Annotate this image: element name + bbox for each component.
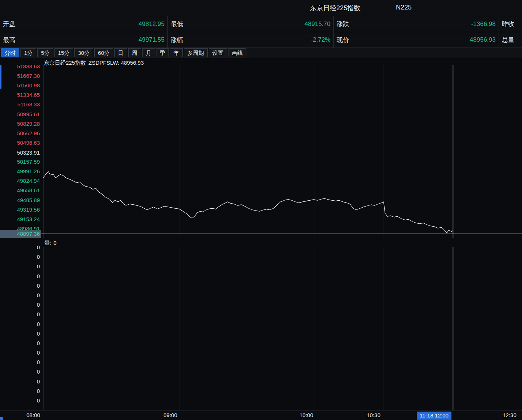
quote-last-price-value: 48956.93 <box>470 36 496 43</box>
volume-axis-label: 0 <box>0 321 40 328</box>
x-label-1230: 12:30 <box>503 412 517 418</box>
price-line <box>43 172 453 233</box>
quote-change-cell: 涨跌 -1366.98 <box>333 16 499 32</box>
quote-change-percent-label: 涨幅 <box>171 36 183 44</box>
x-label-1030: 10:30 <box>367 412 381 418</box>
quote-low-label: 最低 <box>171 20 183 28</box>
quote-open-value: 49812.95 <box>139 20 164 28</box>
quote-change-percent-value: -2.72% <box>311 36 330 43</box>
price-axis-label: 51667.30 <box>0 72 40 80</box>
volume-axis-label: 0 <box>0 253 40 261</box>
quote-last-price-label: 现价 <box>337 36 349 44</box>
price-axis-label: 51833.63 <box>0 63 40 70</box>
volume-axis-label: 0 <box>0 368 40 375</box>
price-axis-label: 51500.98 <box>0 82 40 89</box>
price-axis-label: 50323.91 <box>0 149 40 156</box>
tab-timeline[interactable]: 分时 <box>1 48 19 57</box>
volume-label: 量: <box>44 240 51 246</box>
quote-low-cell: 最低 48915.70 <box>167 16 333 32</box>
quote-total-volume-cell: 总量 <box>499 32 522 48</box>
tab-year[interactable]: 年 <box>170 48 183 57</box>
tab-5min[interactable]: 5分 <box>37 48 53 57</box>
quote-high-cell: 最高 49971.55 <box>0 32 167 48</box>
tab-15min[interactable]: 15分 <box>54 48 73 57</box>
tab-quarter[interactable]: 季 <box>156 48 169 57</box>
volume-axis-label: 0 <box>0 378 40 385</box>
price-axis-label: 49658.61 <box>0 187 40 194</box>
quote-open-cell: 开盘 49812.95 <box>0 16 167 32</box>
volume-header: 量:0 <box>44 240 57 247</box>
quote-high-value: 49971.55 <box>139 36 164 43</box>
volume-axis-label: 0 <box>0 387 40 395</box>
trading-app-window: 东京日经225指数 N225 开盘 49812.95 最低 48915.70 涨… <box>0 0 522 420</box>
tab-settings[interactable]: 设置 <box>209 48 227 57</box>
volume-axis-label: 0 <box>0 359 40 366</box>
price-axis-label: 49153.24 <box>0 216 40 223</box>
x-label-1000: 10:00 <box>299 412 313 418</box>
price-chart[interactable] <box>43 65 522 238</box>
price-axis-label: 49824.94 <box>0 177 40 185</box>
quote-low-value: 48915.70 <box>304 20 330 28</box>
quote-high-label: 最高 <box>3 36 15 44</box>
volume-pane-divider <box>0 239 522 239</box>
tab-month[interactable]: 月 <box>142 48 155 57</box>
x-label-0800: 08:00 <box>26 412 40 418</box>
volume-chart[interactable] <box>43 247 522 410</box>
price-axis-label: 49485.89 <box>0 197 40 204</box>
price-axis-label: 50662.96 <box>0 130 40 137</box>
crosshair-horizontal-line <box>0 234 522 234</box>
volume-axis-label: 0 <box>0 301 40 309</box>
quote-last-price-cell: 现价 48956.93 <box>333 32 499 48</box>
tab-multi-period[interactable]: 多周期 <box>184 48 208 57</box>
quote-change-percent-cell: 涨幅 -2.72% <box>167 32 333 48</box>
volume-axis-label: 0 <box>0 349 40 356</box>
crosshair-time-tag: 11-18 12:00 <box>417 412 451 420</box>
volume-value: 0 <box>53 240 56 246</box>
volume-axis-label: 0 <box>0 311 40 318</box>
quote-change-value: -1366.98 <box>471 20 496 28</box>
volume-axis-label: 0 <box>0 273 40 280</box>
volume-axis-label: 0 <box>0 330 40 337</box>
volume-axis-label: 0 <box>0 282 40 290</box>
quote-open-label: 开盘 <box>3 20 15 28</box>
price-axis-label: 50157.59 <box>0 158 40 166</box>
quote-change-label: 涨跌 <box>337 20 349 28</box>
volume-axis-label: 0 <box>0 292 40 299</box>
tab-draw-line[interactable]: 画线 <box>228 48 246 57</box>
price-axis-label: 49319.56 <box>0 206 40 213</box>
volume-axis-label: 0 <box>0 263 40 270</box>
tab-week[interactable]: 周 <box>128 48 141 57</box>
scrollbar-thumb[interactable] <box>0 65 1 89</box>
index-name-title: 东京日经225指数 <box>310 4 360 12</box>
quote-prev-close-cell: 昨收 <box>499 16 522 32</box>
price-axis-label: 49991.26 <box>0 168 40 175</box>
scrollbar-corner[interactable] <box>0 417 3 420</box>
volume-axis-label: 0 <box>0 244 40 251</box>
price-axis-label: 50995.61 <box>0 111 40 118</box>
header-bar: 东京日经225指数 N225 <box>0 0 522 16</box>
quote-prev-close-label: 昨收 <box>502 20 514 28</box>
tab-30min[interactable]: 30分 <box>74 48 93 57</box>
volume-axis-label: 0 <box>0 340 40 347</box>
tab-1min[interactable]: 1分 <box>20 48 36 57</box>
volume-axis-label: 0 <box>0 397 40 404</box>
time-axis-divider <box>0 410 522 410</box>
price-axis-label: 50496.63 <box>0 139 40 147</box>
tab-day[interactable]: 日 <box>114 48 127 57</box>
price-axis-label: 51168.33 <box>0 101 40 108</box>
x-label-0900: 09:00 <box>163 412 177 418</box>
quote-total-volume-label: 总量 <box>502 36 514 44</box>
period-tabbar: 分时 1分 5分 15分 30分 60分 日 周 月 季 年 多周期 设置 画线 <box>0 48 522 58</box>
index-symbol: N225 <box>396 4 412 11</box>
tab-60min[interactable]: 60分 <box>94 48 113 57</box>
price-axis-label: 51334.65 <box>0 91 40 99</box>
crosshair-price-tag: 48897.36 <box>0 230 41 238</box>
price-axis-label: 50829.28 <box>0 120 40 128</box>
